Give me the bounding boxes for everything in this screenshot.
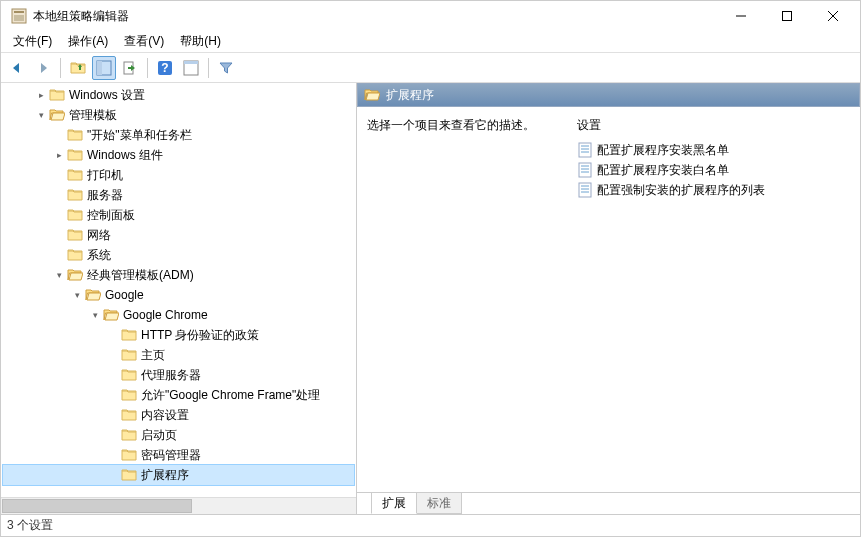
tree-item[interactable]: ▸打印机 [3,165,354,185]
app-icon [11,8,27,24]
tree-item-label: 管理模板 [69,107,117,124]
forward-icon [35,60,51,76]
menu-action[interactable]: 操作(A) [60,31,116,52]
tree-item[interactable]: ▸密码管理器 [3,445,354,465]
scrollbar-thumb[interactable] [2,499,192,513]
tree-pane: ▸Windows 设置▾管理模板▸"开始"菜单和任务栏▸Windows 组件▸打… [1,83,357,514]
separator [147,58,148,78]
menubar: 文件(F) 操作(A) 查看(V) 帮助(H) [1,31,860,53]
folder-icon [67,207,83,223]
folder-icon [85,287,101,303]
tree-item[interactable]: ▾经典管理模板(ADM) [3,265,354,285]
folder-icon [67,127,83,143]
folder-icon [67,247,83,263]
menu-help[interactable]: 帮助(H) [172,31,229,52]
tree-item[interactable]: ▸代理服务器 [3,365,354,385]
tree-item[interactable]: ▸允许"Google Chrome Frame"处理 [3,385,354,405]
tree-item[interactable]: ▸系统 [3,245,354,265]
tree-item[interactable]: ▾Google Chrome [3,305,354,325]
details-pane: 扩展程序 选择一个项目来查看它的描述。 设置 配置扩展程序安装黑名单配置扩展程序… [357,83,860,514]
maximize-button[interactable] [764,1,810,31]
minimize-icon [736,11,746,21]
filter-button[interactable] [214,56,238,80]
tree-item[interactable]: ▾管理模板 [3,105,354,125]
folder-icon [49,107,65,123]
folder-icon [103,307,119,323]
menu-file[interactable]: 文件(F) [5,31,60,52]
folder-icon [121,347,137,363]
policy-icon [577,182,593,198]
tab-standard[interactable]: 标准 [416,493,462,514]
window: 本地组策略编辑器 文件(F) 操作(A) 查看(V) 帮助(H) ? ▸Wind… [0,0,861,537]
tree-item-label: 经典管理模板(ADM) [87,267,194,284]
back-icon [9,60,25,76]
chevron-right-icon[interactable]: ▸ [33,87,49,103]
folder-icon [121,407,137,423]
tree-item[interactable]: ▾Google [3,285,354,305]
minimize-button[interactable] [718,1,764,31]
chevron-down-icon[interactable]: ▾ [33,107,49,123]
properties-button[interactable] [179,56,203,80]
tab-extended[interactable]: 扩展 [371,493,417,514]
policy-icon [577,162,593,178]
svg-rect-12 [97,61,102,75]
tree-item-label: "开始"菜单和任务栏 [87,127,192,144]
toolbar: ? [1,53,860,83]
export-icon [122,60,138,76]
export-button[interactable] [118,56,142,80]
folder-icon [67,267,83,283]
separator [60,58,61,78]
tree-item-label: 扩展程序 [141,467,189,484]
tree-pane-icon [96,60,112,76]
settings-list: 设置 配置扩展程序安装黑名单配置扩展程序安装白名单配置强制安装的扩展程序的列表 [577,117,850,482]
folder-icon [67,227,83,243]
tree-item-label: HTTP 身份验证的政策 [141,327,259,344]
tree-item[interactable]: ▸"开始"菜单和任务栏 [3,125,354,145]
menu-view[interactable]: 查看(V) [116,31,172,52]
help-icon: ? [157,60,173,76]
chevron-down-icon[interactable]: ▾ [87,307,103,323]
tree-item-label: 控制面板 [87,207,135,224]
svg-text:?: ? [161,61,168,75]
chevron-down-icon[interactable]: ▾ [69,287,85,303]
policy-icon [577,142,593,158]
folder-icon [121,387,137,403]
tree-item[interactable]: ▸Windows 组件 [3,145,354,165]
chevron-right-icon[interactable]: ▸ [51,147,67,163]
tree-item[interactable]: ▸HTTP 身份验证的政策 [3,325,354,345]
content-area: ▸Windows 设置▾管理模板▸"开始"菜单和任务栏▸Windows 组件▸打… [1,83,860,514]
folder-icon [121,427,137,443]
tree-item[interactable]: ▸Windows 设置 [3,85,354,105]
up-button[interactable] [66,56,90,80]
tree-item[interactable]: ▸服务器 [3,185,354,205]
tree-item[interactable]: ▸内容设置 [3,405,354,425]
close-button[interactable] [810,1,856,31]
tree-item[interactable]: ▸控制面板 [3,205,354,225]
tree-item-label: 服务器 [87,187,123,204]
settings-item[interactable]: 配置强制安装的扩展程序的列表 [577,180,850,200]
folder-up-icon [70,60,86,76]
back-button[interactable] [5,56,29,80]
tree-item[interactable]: ▸网络 [3,225,354,245]
tree-item-label: 网络 [87,227,111,244]
tree-item[interactable]: ▸主页 [3,345,354,365]
status-text: 3 个设置 [7,517,53,534]
help-button[interactable]: ? [153,56,177,80]
tree-item[interactable]: ▸扩展程序 [3,465,354,485]
svg-rect-17 [184,61,198,64]
filter-icon [218,60,234,76]
settings-item[interactable]: 配置扩展程序安装白名单 [577,160,850,180]
tree[interactable]: ▸Windows 设置▾管理模板▸"开始"菜单和任务栏▸Windows 组件▸打… [1,83,356,497]
separator [208,58,209,78]
tree-item[interactable]: ▸启动页 [3,425,354,445]
settings-item[interactable]: 配置扩展程序安装黑名单 [577,140,850,160]
settings-column-header[interactable]: 设置 [577,117,850,134]
forward-button[interactable] [31,56,55,80]
folder-icon [364,87,380,103]
properties-icon [183,60,199,76]
folder-icon [121,327,137,343]
settings-item-label: 配置扩展程序安装白名单 [597,162,729,179]
show-tree-button[interactable] [92,56,116,80]
horizontal-scrollbar[interactable] [1,497,356,514]
chevron-down-icon[interactable]: ▾ [51,267,67,283]
